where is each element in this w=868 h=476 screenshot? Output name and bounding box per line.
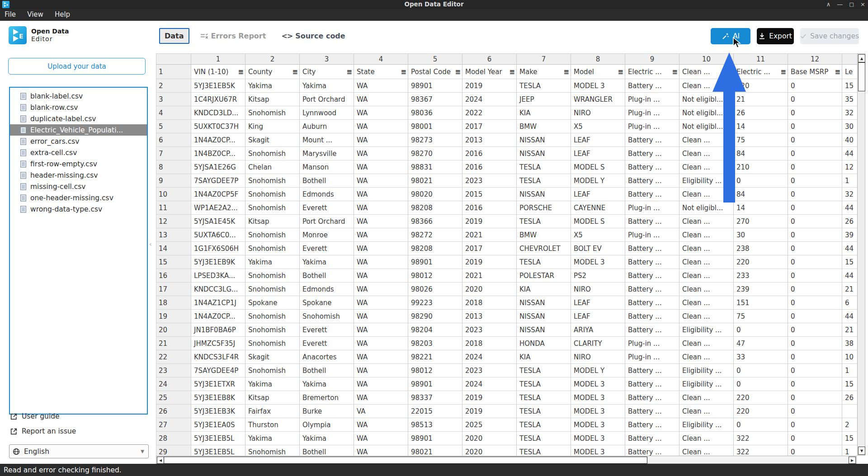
table-cell[interactable]: 2021	[462, 228, 517, 242]
table-cell[interactable]: Burke	[300, 405, 354, 418]
table-cell[interactable]: Snohomish	[245, 310, 300, 323]
table-cell[interactable]: 84	[734, 188, 788, 201]
file-item[interactable]: blank-row.csv	[10, 102, 147, 113]
table-cell[interactable]: Clean ...	[679, 350, 734, 364]
table-cell[interactable]: 98036	[408, 106, 462, 120]
table-cell[interactable]: Snohomish	[245, 323, 300, 337]
table-cell[interactable]: Snohomish	[245, 201, 300, 215]
row-number[interactable]: 28	[156, 432, 191, 445]
column-menu-icon[interactable]: ≡	[780, 68, 786, 76]
table-cell[interactable]: Yakima	[245, 377, 300, 391]
user-guide-link[interactable]: User guide	[10, 412, 76, 420]
table-cell[interactable]: Lynnwood	[300, 106, 354, 120]
table-cell[interactable]: 220	[734, 79, 788, 93]
row-number[interactable]: 3	[156, 93, 191, 106]
maximize-icon[interactable]: ◻	[849, 0, 854, 9]
table-cell[interactable]: 0	[788, 242, 842, 255]
table-cell[interactable]: MODEL S	[571, 215, 625, 228]
table-cell[interactable]: 1N4BZ0CP...	[191, 147, 245, 160]
table-cell[interactable]: 5YJSA1E45K	[191, 215, 245, 228]
table-cell[interactable]: 84	[734, 147, 788, 160]
table-cell[interactable]: 32	[842, 188, 858, 201]
table-cell[interactable]: 14	[734, 201, 788, 215]
file-item[interactable]: missing-cell.csv	[10, 181, 147, 192]
table-cell[interactable]: 270	[734, 215, 788, 228]
column-menu-icon[interactable]: ≡	[618, 68, 623, 76]
table-cell[interactable]: 5YJ3E1EB9K	[191, 255, 245, 269]
column-menu-icon[interactable]: ≡	[238, 68, 244, 76]
table-cell[interactable]: 0	[788, 79, 842, 93]
table-cell[interactable]: Snohomish	[245, 445, 300, 456]
table-cell[interactable]: Olympia	[300, 418, 354, 432]
table-cell[interactable]: Snohomish	[245, 106, 300, 120]
table-cell[interactable]: 44	[842, 201, 858, 215]
table-cell[interactable]: Everett	[300, 242, 354, 255]
file-item[interactable]: extra-cell.csv	[10, 147, 147, 158]
row-number[interactable]: 10	[156, 188, 191, 201]
table-cell[interactable]: TESLA	[517, 391, 571, 405]
table-cell[interactable]: Clean ...	[679, 147, 734, 160]
table-cell[interactable]: Snohomish	[245, 147, 300, 160]
table-cell[interactable]: Kitsap	[245, 215, 300, 228]
table-cell[interactable]: WA	[354, 160, 408, 174]
table-cell[interactable]: 322	[734, 432, 788, 445]
column-number[interactable]: 10	[679, 53, 734, 65]
table-cell[interactable]: MODEL 3	[571, 418, 625, 432]
row-number[interactable]: 24	[156, 377, 191, 391]
table-cell[interactable]: WA	[354, 310, 408, 323]
row-number[interactable]: 2	[156, 79, 191, 93]
table-cell[interactable]: WA	[354, 188, 408, 201]
table-cell[interactable]: JEEP	[517, 93, 571, 106]
row-number[interactable]: 18	[156, 296, 191, 310]
table-cell[interactable]: HONDA	[517, 337, 571, 350]
table-cell[interactable]: 2024	[462, 377, 517, 391]
table-cell[interactable]: NIRO	[571, 283, 625, 296]
table-cell[interactable]: Plug-in ...	[625, 106, 679, 120]
table-cell[interactable]: 2020	[462, 445, 517, 456]
table-cell[interactable]: NISSAN	[517, 188, 571, 201]
panel-splitter-handle[interactable]: ‹	[149, 239, 153, 250]
table-cell[interactable]: 33	[734, 350, 788, 364]
table-cell[interactable]: Eligibility ...	[679, 418, 734, 432]
table-cell[interactable]: 15	[842, 377, 858, 391]
ai-button[interactable]: AI	[711, 28, 750, 44]
table-cell[interactable]: JN1BF0BA6P	[191, 323, 245, 337]
table-cell[interactable]: Battery ...	[625, 391, 679, 405]
column-number[interactable]: 7	[517, 53, 571, 65]
table-cell[interactable]: 15	[842, 255, 858, 269]
table-cell[interactable]: 1G1FX6S06H	[191, 242, 245, 255]
column-number[interactable]: 2	[245, 53, 300, 65]
table-cell[interactable]: Clean ...	[679, 160, 734, 174]
table-cell[interactable]: Yakima	[300, 432, 354, 445]
table-cell[interactable]: 2016	[462, 147, 517, 160]
table-cell[interactable]: Bremerton	[300, 391, 354, 405]
language-select[interactable]: English ▼	[9, 444, 149, 458]
table-cell[interactable]: Skagit	[245, 350, 300, 364]
column-menu-icon[interactable]: ≡	[672, 68, 678, 76]
table-cell[interactable]: Battery ...	[625, 432, 679, 445]
table-cell[interactable]: Spokane	[300, 296, 354, 310]
table-cell[interactable]: Yakima	[245, 255, 300, 269]
table-cell[interactable]: 5YJ3E1ETXR	[191, 377, 245, 391]
table-cell[interactable]: 75	[734, 310, 788, 323]
table-cell[interactable]: MODEL Y	[571, 364, 625, 377]
table-cell[interactable]: 15	[842, 432, 858, 445]
header-cell[interactable]: City≡	[300, 65, 354, 79]
table-cell[interactable]: 98021	[408, 445, 462, 456]
table-cell[interactable]: 5YJ3E1EB3K	[191, 405, 245, 418]
table-cell[interactable]: TESLA	[517, 418, 571, 432]
table-cell[interactable]: VA	[354, 405, 408, 418]
table-cell[interactable]: 0	[788, 337, 842, 350]
table-cell[interactable]: Battery ...	[625, 242, 679, 255]
column-menu-icon[interactable]: ≡	[292, 68, 298, 76]
table-cell[interactable]: 44	[842, 269, 858, 283]
table-cell[interactable]: 0	[788, 391, 842, 405]
table-cell[interactable]: LEAF	[571, 296, 625, 310]
report-issue-link[interactable]: Report an issue	[10, 427, 76, 435]
table-cell[interactable]: Yakima	[300, 255, 354, 269]
table-cell[interactable]: 322	[734, 445, 788, 456]
table-cell[interactable]: Battery ...	[625, 255, 679, 269]
table-cell[interactable]: 2020	[462, 432, 517, 445]
table-cell[interactable]: 44	[842, 310, 858, 323]
table-cell[interactable]: Edmonds	[300, 283, 354, 296]
